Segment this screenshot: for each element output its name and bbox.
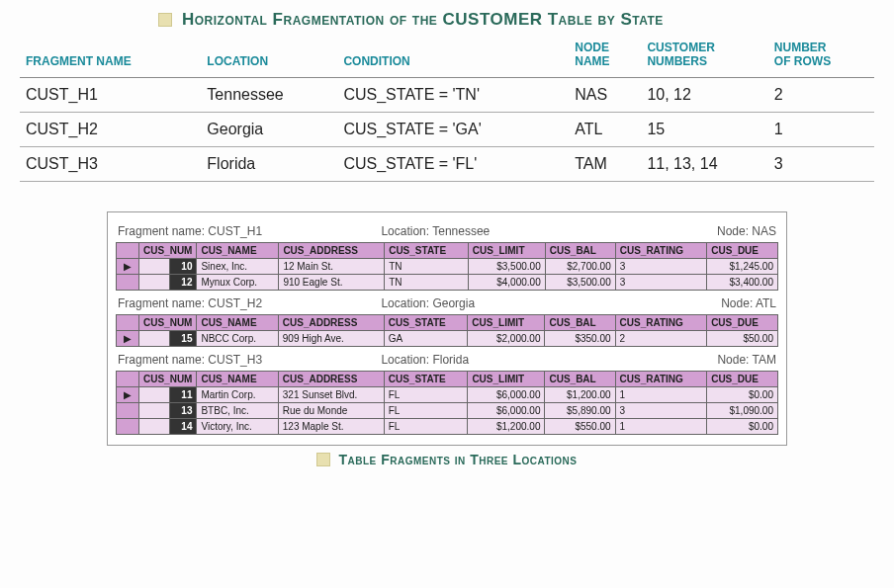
- cell-cus-name: NBCC Corp.: [197, 330, 278, 346]
- cell-fragment_name: CUST_H2: [20, 112, 201, 146]
- cell-cus-address: Rue du Monde: [278, 402, 384, 418]
- col-cus-rating: CUS_RATING: [615, 371, 707, 386]
- frag-node-label: Node: TAM: [611, 353, 776, 367]
- cell-cus-state: TN: [385, 274, 469, 290]
- cell-customer_numbers: 10, 12: [641, 77, 767, 112]
- cell-cus-state: FL: [384, 386, 468, 402]
- cell-cus-address: 12 Main St.: [279, 258, 385, 274]
- cell-location: Tennessee: [201, 77, 337, 112]
- col-selector: [117, 242, 139, 258]
- row-selector[interactable]: [117, 274, 139, 290]
- cell-cus-address: 321 Sunset Blvd.: [278, 386, 384, 402]
- table-row: CUST_H2GeorgiaCUS_STATE = 'GA'ATL151: [20, 112, 874, 146]
- cell-cus-address: 910 Eagle St.: [279, 274, 385, 290]
- cell-cus-num: 11: [170, 386, 197, 402]
- cell-condition: CUS_STATE = 'FL': [337, 146, 569, 181]
- table-row: 14Victory, Inc.123 Maple St.FL$1,200.00$…: [117, 418, 778, 434]
- cell-cus-state: GA: [384, 330, 468, 346]
- col-cus-rating: CUS_RATING: [615, 314, 707, 330]
- cell-cus-limit: $6,000.00: [468, 386, 545, 402]
- row-selector[interactable]: ▶: [117, 386, 139, 402]
- caption-row: Table Fragments in Three Locations: [20, 452, 874, 467]
- cell-number_of_rows: 1: [768, 112, 874, 146]
- cell-spacer: [139, 258, 170, 274]
- frag-node-label: Node: NAS: [611, 224, 776, 238]
- frag-location-label: Location: Tennessee: [381, 224, 611, 238]
- cell-cus-due: $0.00: [707, 418, 778, 434]
- cell-spacer: [139, 274, 170, 290]
- table-row: ▶11Martin Corp.321 Sunset Blvd.FL$6,000.…: [117, 386, 778, 402]
- cell-spacer: [139, 402, 170, 418]
- row-selector[interactable]: [117, 418, 139, 434]
- frag-name-label: Fragment name: CUST_H2: [118, 296, 381, 310]
- cell-cus-name: BTBC, Inc.: [197, 402, 278, 418]
- col-cus-num: CUS_NUM: [139, 242, 197, 258]
- cell-customer_numbers: 15: [641, 112, 767, 146]
- frag-name-label: Fragment name: CUST_H1: [118, 224, 381, 238]
- cell-condition: CUS_STATE = 'GA': [337, 112, 569, 146]
- page-title: Horizontal Fragmentation of the CUSTOMER…: [182, 10, 664, 30]
- table-row: 12Mynux Corp.910 Eagle St.TN$4,000.00$3,…: [117, 274, 778, 290]
- row-selector[interactable]: [117, 402, 139, 418]
- cell-cus-name: Mynux Corp.: [197, 274, 279, 290]
- cell-cus-bal: $1,200.00: [545, 386, 615, 402]
- col-cus-num: CUS_NUM: [139, 314, 197, 330]
- col-cus-limit: CUS_LIMIT: [468, 371, 545, 386]
- cell-fragment_name: CUST_H1: [20, 77, 201, 112]
- cell-cus-bal: $350.00: [545, 330, 615, 346]
- cell-cus-due: $3,400.00: [707, 274, 778, 290]
- row-selector[interactable]: ▶: [117, 258, 139, 274]
- bullet-icon: [158, 13, 172, 27]
- cell-cus-num: 12: [170, 274, 197, 290]
- cell-cus-address: 909 High Ave.: [278, 330, 384, 346]
- cell-spacer: [139, 330, 170, 346]
- col-cus-state: CUS_STATE: [384, 314, 468, 330]
- cell-cus-rating: 3: [615, 258, 707, 274]
- page-title-row: Horizontal Fragmentation of the CUSTOMER…: [20, 10, 874, 30]
- cell-cus-name: Sinex, Inc.: [197, 258, 279, 274]
- col-selector: [117, 371, 139, 386]
- col-location: LOCATION: [201, 38, 337, 77]
- col-cus-address: CUS_ADDRESS: [278, 371, 384, 386]
- cell-cus-due: $50.00: [707, 330, 778, 346]
- fragment-data-table: CUS_NUMCUS_NAMECUS_ADDRESSCUS_STATECUS_L…: [116, 371, 778, 435]
- col-cus-due: CUS_DUE: [707, 242, 778, 258]
- bullet-icon: [316, 453, 330, 466]
- col-node-name: NODE NAME: [569, 38, 641, 77]
- cell-cus-rating: 1: [615, 386, 707, 402]
- col-cus-due: CUS_DUE: [707, 371, 778, 386]
- cell-cus-state: FL: [384, 418, 468, 434]
- table-row: ▶10Sinex, Inc.12 Main St.TN$3,500.00$2,7…: [117, 258, 778, 274]
- cell-customer_numbers: 11, 13, 14: [641, 146, 767, 181]
- fragments-box: Fragment name: CUST_H1Location: Tennesse…: [107, 211, 787, 446]
- table-row: 13BTBC, Inc.Rue du MondeFL$6,000.00$5,89…: [117, 402, 778, 418]
- cell-cus-num: 10: [170, 258, 197, 274]
- table-row: CUST_H1TennesseeCUS_STATE = 'TN'NAS10, 1…: [20, 77, 874, 112]
- cell-cus-rating: 1: [615, 418, 707, 434]
- col-cus-rating: CUS_RATING: [615, 242, 707, 258]
- table-row: CUST_H3FloridaCUS_STATE = 'FL'TAM11, 13,…: [20, 146, 874, 181]
- row-selector[interactable]: ▶: [117, 330, 139, 346]
- fragment-meta: Fragment name: CUST_H1Location: Tennesse…: [116, 218, 778, 242]
- cell-cus-bal: $3,500.00: [545, 274, 615, 290]
- col-cus-bal: CUS_BAL: [545, 314, 615, 330]
- col-cus-state: CUS_STATE: [385, 242, 469, 258]
- cell-cus-bal: $2,700.00: [545, 258, 615, 274]
- cell-location: Georgia: [201, 112, 337, 146]
- cell-cus-name: Victory, Inc.: [197, 418, 278, 434]
- cell-node_name: NAS: [569, 77, 641, 112]
- cell-cus-rating: 3: [615, 402, 707, 418]
- cell-cus-num: 15: [170, 330, 197, 346]
- summary-table: FRAGMENT NAME LOCATION CONDITION NODE NA…: [20, 38, 874, 182]
- fragment-data-table: CUS_NUMCUS_NAMECUS_ADDRESSCUS_STATECUS_L…: [116, 242, 778, 291]
- col-cus-name: CUS_NAME: [197, 371, 278, 386]
- frag-node-label: Node: ATL: [611, 296, 776, 310]
- cell-node_name: ATL: [569, 112, 641, 146]
- col-number-of-rows: NUMBER OF ROWS: [768, 38, 874, 77]
- cell-node_name: TAM: [569, 146, 641, 181]
- col-customer-numbers: CUSTOMER NUMBERS: [641, 38, 767, 77]
- col-cus-due: CUS_DUE: [707, 314, 778, 330]
- cell-cus-address: 123 Maple St.: [278, 418, 384, 434]
- cell-condition: CUS_STATE = 'TN': [337, 77, 569, 112]
- cell-cus-limit: $2,000.00: [468, 330, 545, 346]
